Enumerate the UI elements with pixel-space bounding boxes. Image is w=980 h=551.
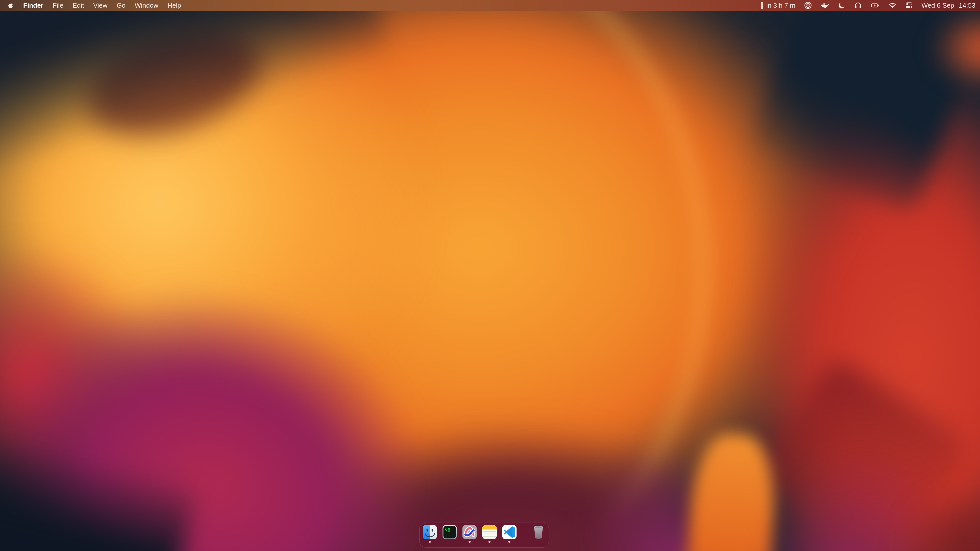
status-control-center[interactable] bbox=[905, 2, 913, 9]
event-indicator-icon bbox=[761, 2, 763, 9]
menu-item-go[interactable]: Go bbox=[117, 2, 126, 10]
dock: $ bbox=[419, 522, 549, 548]
wallpaper bbox=[0, 0, 980, 551]
calendar-event-item[interactable]: in 3 h 7 m bbox=[761, 2, 795, 10]
menu-bar: Finder File Edit View Go Window Help in … bbox=[0, 0, 980, 11]
wifi-icon bbox=[888, 2, 897, 9]
docker-icon bbox=[821, 2, 829, 9]
dock-separator bbox=[524, 525, 524, 541]
dock-item-arc[interactable] bbox=[463, 525, 477, 543]
dock-item-notes[interactable] bbox=[482, 525, 496, 543]
control-center-icon bbox=[905, 2, 913, 9]
menu-item-view[interactable]: View bbox=[93, 2, 107, 10]
status-focus[interactable] bbox=[838, 2, 845, 9]
dock-item-vscode[interactable] bbox=[502, 525, 517, 543]
notes-icon bbox=[482, 525, 496, 539]
running-indicator bbox=[488, 541, 490, 543]
arc-icon bbox=[463, 525, 477, 539]
dock-item-trash[interactable] bbox=[531, 525, 546, 543]
event-countdown-label: in 3 h 7 m bbox=[767, 2, 795, 10]
status-1password[interactable] bbox=[804, 2, 812, 9]
apple-menu[interactable] bbox=[7, 2, 14, 9]
menu-item-edit[interactable]: Edit bbox=[73, 2, 84, 10]
clock-date: Wed 6 Sep bbox=[921, 2, 954, 10]
clock-time: 14:53 bbox=[959, 2, 975, 10]
apple-icon bbox=[7, 2, 14, 9]
dock-item-finder[interactable] bbox=[423, 525, 437, 543]
dock-item-terminal[interactable]: $ bbox=[442, 525, 457, 543]
focus-moon-icon bbox=[838, 2, 845, 9]
trash-icon bbox=[532, 525, 545, 539]
menu-bar-clock[interactable]: Wed 6 Sep 14:53 bbox=[921, 2, 975, 10]
running-indicator bbox=[508, 541, 511, 543]
terminal-icon: $ bbox=[442, 525, 457, 539]
menu-item-file[interactable]: File bbox=[52, 2, 63, 10]
menu-item-window[interactable]: Window bbox=[135, 2, 158, 10]
status-battery[interactable] bbox=[870, 2, 880, 9]
terminal-prompt: $ bbox=[445, 527, 447, 532]
battery-charging-icon bbox=[870, 2, 880, 9]
menu-item-help[interactable]: Help bbox=[167, 2, 181, 10]
status-docker[interactable] bbox=[821, 2, 829, 9]
running-indicator bbox=[429, 541, 431, 543]
app-menu-finder[interactable]: Finder bbox=[23, 2, 43, 10]
running-indicator bbox=[469, 541, 471, 543]
vscode-icon bbox=[502, 525, 517, 539]
status-wifi[interactable] bbox=[888, 2, 897, 9]
1password-icon bbox=[804, 2, 812, 9]
status-headphones[interactable] bbox=[854, 2, 862, 9]
headphones-icon bbox=[854, 2, 862, 9]
finder-icon bbox=[423, 525, 437, 539]
desktop: Finder File Edit View Go Window Help in … bbox=[0, 0, 980, 551]
